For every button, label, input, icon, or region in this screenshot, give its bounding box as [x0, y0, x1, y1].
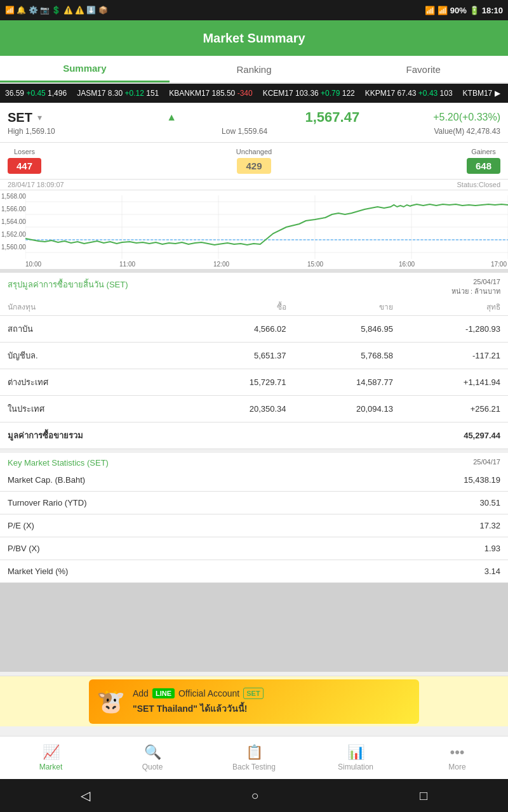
banner-line-logo: LINE [152, 688, 175, 698]
promo-banner[interactable]: 🐮 Add LINE Official Account SET "SET Tha… [0, 676, 508, 726]
nav-quote[interactable]: 🔍 Quote [102, 737, 203, 779]
ticker-item: KCEM17 103.36 +0.79 122 [263, 89, 355, 98]
back-button[interactable]: ◁ [81, 788, 90, 803]
nav-market[interactable]: 📈 Market [0, 737, 102, 779]
sell-value: 20,094.13 [294, 396, 401, 422]
banner-official: Official Account [178, 688, 239, 698]
table-row: ในประเทศ 20,350.34 20,094.13 +256.21 [0, 396, 508, 422]
signal-icon: 📶 [438, 6, 448, 15]
sell-value: 5,846.95 [294, 316, 401, 343]
nav-more-label: More [448, 763, 465, 771]
investor-name: สถาบัน [0, 316, 187, 343]
gray-placeholder [0, 583, 508, 672]
app-header: Market Summary [0, 20, 508, 56]
net-value: +1,141.94 [401, 369, 508, 396]
col-net: สุทธิ [401, 298, 508, 316]
stats-row: Market Yield (%) 3.14 [0, 560, 508, 583]
ticker-bar: 36.59 +0.45 1,496 JASM17 8.30 +0.12 151 … [0, 84, 508, 103]
key-stats-header: Key Market Statistics (SET) 25/04/17 [0, 453, 508, 469]
header-title: Market Summary [203, 31, 305, 46]
recent-button[interactable]: □ [420, 789, 427, 803]
table-row: บัญชีบล. 5,651.37 5,768.58 -117.21 [0, 343, 508, 369]
notification-icons: 📶 🔔 ⚙️ 📷 💲 ⚠️ ⚠️ ⬇️ 📦 [5, 6, 108, 15]
buy-value: 5,651.37 [187, 343, 293, 369]
ticker-item: KBANKM17 185.50 -340 [169, 89, 252, 98]
total-value: 45,297.44 [401, 422, 508, 449]
stats-row: P/E (X) 17.32 [0, 514, 508, 537]
trade-summary-title: สรุปมูลค่าการซื้อขายสิ้นวัน (SET) [8, 278, 128, 291]
trade-summary-unit: หน่วย : ล้านบาท [451, 285, 500, 297]
stats-label: P/BV (X) [8, 544, 40, 553]
stats-value: 15,438.19 [464, 475, 500, 485]
table-row: ต่างประเทศ 15,729.71 14,587.77 +1,141.94 [0, 369, 508, 396]
bottom-navigation: 📈 Market 🔍 Quote 📋 Back Testing 📊 Simula… [0, 736, 508, 779]
nav-backtesting-label: Back Testing [232, 763, 276, 771]
unchanged-count: 429 [237, 158, 271, 174]
android-navigation: ◁ ○ □ [0, 779, 508, 812]
price-chart: 1,568.00 1,566.00 1,564.00 1,562.00 1,56… [0, 190, 508, 273]
nav-simulation-label: Simulation [338, 763, 373, 771]
set-name: SET [8, 110, 32, 125]
tab-favorite[interactable]: Favorite [338, 56, 508, 82]
quote-icon: 🔍 [144, 744, 161, 761]
nav-market-label: Market [39, 763, 63, 771]
set-value: Value(M) 42,478.43 [434, 127, 500, 136]
stats-row: Turnover Rario (YTD) 30.51 [0, 492, 508, 514]
lg-datetime: 28/04/17 18:09:07 [8, 181, 64, 188]
losers-label: Losers [14, 148, 35, 155]
set-low: Low 1,559.64 [222, 127, 267, 136]
market-icon: 📈 [43, 744, 60, 761]
key-stats-date: 25/04/17 [473, 458, 500, 466]
battery-icon: 🔋 [469, 6, 479, 15]
time-display: 18:10 [482, 6, 503, 15]
buy-value: 15,729.71 [187, 369, 293, 396]
col-investor: นักลงทุน [0, 298, 187, 316]
total-sell [294, 422, 401, 449]
status-icons: 📶 🔔 ⚙️ 📷 💲 ⚠️ ⚠️ ⬇️ 📦 [5, 6, 108, 15]
set-change: +5.20(+0.33%) [433, 112, 500, 123]
unchanged-label: Unchanged [236, 148, 272, 155]
set-section: SET ▾ ▲ 1,567.47 +5.20(+0.33%) High 1,56… [0, 103, 508, 143]
nav-more[interactable]: ••• More [406, 737, 508, 779]
sell-value: 5,768.58 [294, 343, 401, 369]
buy-value: 20,350.34 [187, 396, 293, 422]
ticker-item: KKPM17 67.43 +0.43 103 [365, 89, 453, 98]
investor-name: บัญชีบล. [0, 343, 187, 369]
tab-summary[interactable]: Summary [0, 56, 170, 82]
banner-add-text: Add [133, 688, 149, 698]
stats-value: 17.32 [479, 521, 500, 530]
set-dropdown-icon[interactable]: ▾ [37, 112, 42, 122]
total-buy [187, 422, 293, 449]
ticker-item: JASM17 8.30 +0.12 151 [77, 89, 159, 98]
chart-svg [25, 195, 508, 265]
ticker-item: 36.59 +0.45 1,496 [5, 89, 67, 98]
key-stats-section: Key Market Statistics (SET) 25/04/17 Mar… [0, 453, 508, 583]
stats-row: P/BV (X) 1.93 [0, 537, 508, 560]
net-value: -117.21 [401, 343, 508, 369]
banner-inner: 🐮 Add LINE Official Account SET "SET Tha… [89, 679, 419, 724]
banner-text-area: Add LINE Official Account SET "SET Thail… [133, 688, 264, 716]
tab-bar: Summary Ranking Favorite [0, 56, 508, 84]
nav-simulation[interactable]: 📊 Simulation [305, 737, 406, 779]
net-value: +256.21 [401, 396, 508, 422]
sell-value: 14,587.77 [294, 369, 401, 396]
total-row: มูลค่าการซื้อขายรวม 45,297.44 [0, 422, 508, 449]
stats-value: 30.51 [479, 498, 500, 508]
investor-name: ต่างประเทศ [0, 369, 187, 396]
gainers-label: Gainers [471, 148, 496, 155]
tab-ranking[interactable]: Ranking [170, 56, 339, 82]
losers-gainers-bar: Losers 447 Unchanged 429 Gainers 648 [0, 143, 508, 180]
status-bar: 📶 🔔 ⚙️ 📷 💲 ⚠️ ⚠️ ⬇️ 📦 📶 📶 90% 🔋 18:10 [0, 0, 508, 20]
stats-row: Market Cap. (B.Baht) 15,438.19 [0, 469, 508, 492]
banner-mascot-icon: 🐮 [97, 688, 125, 715]
nav-backtesting[interactable]: 📋 Back Testing [203, 737, 305, 779]
table-row: สถาบัน 4,566.02 5,846.95 -1,280.93 [0, 316, 508, 343]
total-label: มูลค่าการซื้อขายรวม [0, 422, 187, 449]
buy-value: 4,566.02 [187, 316, 293, 343]
investor-name: ในประเทศ [0, 396, 187, 422]
home-button[interactable]: ○ [251, 789, 258, 803]
set-up-arrow: ▲ [166, 112, 177, 123]
battery-level: 90% [450, 6, 467, 15]
banner-set-logo: SET [243, 688, 263, 699]
unchanged-section: Unchanged 429 [236, 148, 272, 174]
